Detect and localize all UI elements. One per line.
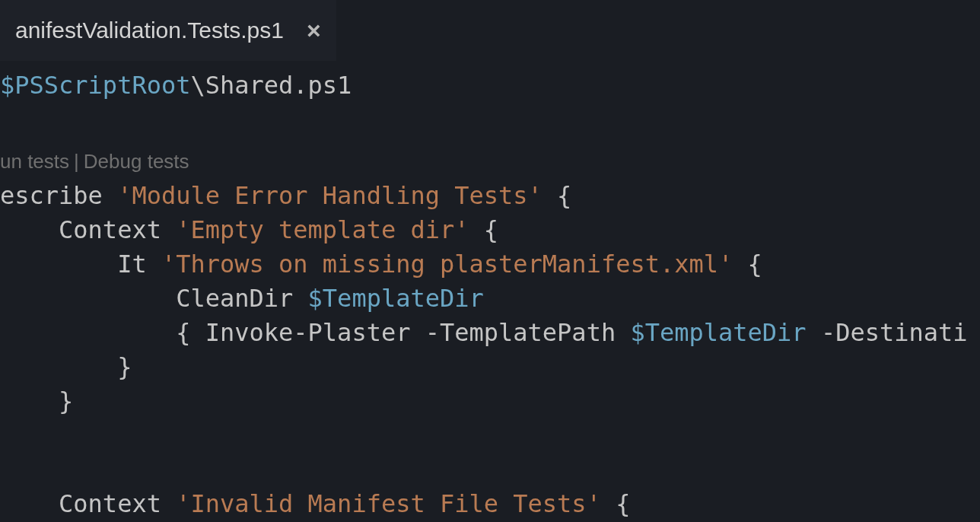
brace-token: }	[59, 387, 73, 415]
run-tests-link[interactable]: un tests	[0, 150, 69, 173]
code-editor[interactable]: $PSScriptRoot\Shared.ps1 un tests|Debug …	[0, 68, 980, 521]
indent	[0, 387, 59, 415]
text-token: \Shared.ps1	[190, 71, 352, 100]
tab-title: anifestValidation.Tests.ps1	[15, 18, 284, 43]
text-token: { Invoke-Plaster -TemplatePath	[176, 318, 630, 347]
string-token: 'Empty template dir'	[176, 215, 469, 244]
string-token: 'Throws on missing plasterManifest.xml'	[161, 250, 733, 279]
text-token: Context	[59, 215, 176, 244]
close-icon[interactable]: ×	[307, 17, 321, 45]
text-token: -Destinati	[807, 318, 968, 347]
code-line: Context 'Invalid Manifest File Tests' {	[0, 487, 980, 521]
brace-token: }	[117, 352, 132, 381]
code-line: { Invoke-Plaster -TemplatePath $Template…	[0, 316, 980, 350]
code-line: Context 'Empty template dir' {	[0, 213, 980, 247]
indent	[0, 215, 59, 244]
variable-token: $PSScriptRoot	[0, 71, 190, 100]
brace-token: {	[469, 215, 499, 244]
code-line: }	[0, 384, 980, 419]
text-token: CleanDir	[176, 284, 307, 313]
editor-tab[interactable]: anifestValidation.Tests.ps1 ×	[0, 0, 336, 61]
variable-token: $TemplateDir	[308, 284, 484, 313]
debug-tests-link[interactable]: Debug tests	[84, 150, 189, 173]
indent	[0, 489, 59, 518]
indent	[0, 318, 176, 347]
code-line: $PSScriptRoot\Shared.ps1	[0, 68, 980, 103]
tab-bar: anifestValidation.Tests.ps1 ×	[0, 0, 980, 61]
indent	[0, 352, 117, 381]
string-token: 'Invalid Manifest File Tests'	[176, 489, 601, 518]
variable-token: $TemplateDir	[630, 318, 806, 347]
codelens-separator: |	[74, 150, 79, 173]
indent	[0, 250, 117, 279]
brace-token: {	[542, 181, 572, 210]
text-token: It	[117, 250, 161, 279]
string-token: 'Module Error Handling Tests'	[117, 181, 542, 210]
code-line: escribe 'Module Error Handling Tests' {	[0, 179, 980, 213]
code-line: CleanDir $TemplateDir	[0, 282, 980, 316]
code-line: }	[0, 350, 980, 384]
brace-token: {	[733, 250, 762, 279]
codelens-row: un tests|Debug tests	[0, 145, 980, 179]
text-token: escribe	[0, 181, 117, 210]
brace-token: {	[601, 489, 631, 518]
text-token: Context	[59, 489, 176, 518]
code-line: It 'Throws on missing plasterManifest.xm…	[0, 247, 980, 282]
indent	[0, 284, 176, 313]
